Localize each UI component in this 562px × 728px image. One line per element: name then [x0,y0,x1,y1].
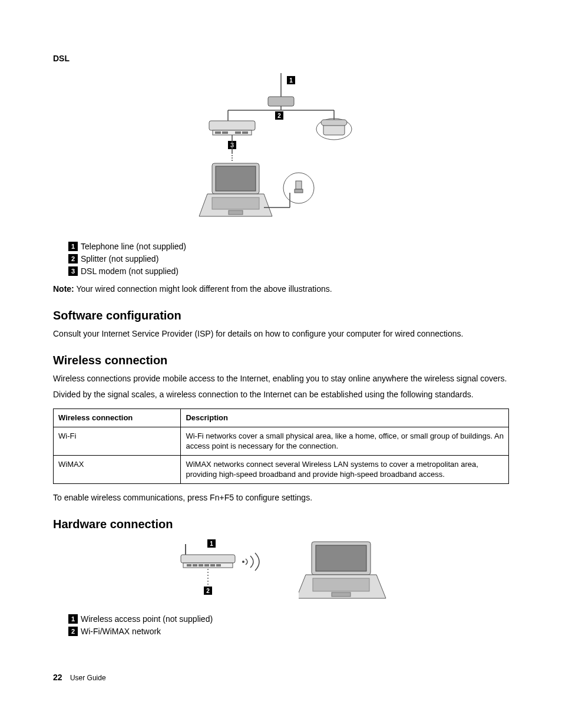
dsl-callout-2: 2 [277,113,281,119]
svg-rect-21 [216,166,256,191]
hardware-callout-list: 1 Wireless access point (not supplied) 2… [68,614,509,637]
callout-row: 1 Telephone line (not supplied) [68,241,509,252]
callout-row: 2 Wi-Fi/WiMAX network [68,626,509,637]
callout-text: DSL modem (not supplied) [81,266,178,277]
table-cell: Wi-Fi [54,427,181,455]
table-cell: Wi-Fi networks cover a small physical ar… [181,427,509,455]
note: Note: Your wired connection might look d… [53,284,509,295]
svg-rect-44 [316,545,366,571]
wireless-para2: Divided by the signal scales, a wireless… [53,389,509,400]
svg-rect-28 [296,181,302,189]
svg-rect-23 [212,197,259,209]
dsl-callout-1: 1 [289,77,293,84]
hardware-diagram: 1 2 [53,538,509,603]
wireless-connection-heading: Wireless connection [53,353,509,368]
footer-title: User Guide [70,674,106,682]
page-number: 22 [53,673,62,682]
svg-rect-10 [215,131,221,134]
note-text: Your wired connection might look differe… [76,284,332,294]
svg-rect-46 [313,578,369,591]
svg-rect-38 [210,564,215,566]
software-config-para: Consult your Internet Service Provider (… [53,328,509,340]
dsl-diagram-svg: 1 2 3 [193,70,369,229]
svg-rect-36 [199,564,203,566]
table-row: Wi-Fi Wi-Fi networks cover a small physi… [54,427,509,455]
svg-rect-12 [235,131,241,134]
callout-text: Wi-Fi/WiMAX network [81,626,161,637]
callout-number-icon: 2 [68,627,78,636]
hw-callout-1: 1 [210,541,213,547]
dsl-heading: DSL [53,53,509,64]
svg-rect-1 [268,97,294,106]
wireless-table: Wireless connection Description Wi-Fi Wi… [53,409,509,484]
callout-row: 3 DSL modem (not supplied) [68,266,509,277]
software-config-heading: Software configuration [53,308,509,324]
dsl-diagram: 1 2 3 [53,70,509,232]
svg-rect-16 [321,120,347,126]
table-header: Wireless connection [54,409,181,427]
callout-row: 2 Splitter (not supplied) [68,253,509,265]
svg-rect-47 [332,592,351,597]
callout-text: Splitter (not supplied) [81,253,158,265]
svg-rect-8 [209,121,255,130]
callout-number-icon: 1 [68,614,78,624]
table-cell: WiMAX [54,455,181,483]
svg-rect-11 [222,131,228,134]
laptop-diagram-svg [299,538,387,603]
svg-rect-24 [229,210,243,215]
page-footer: 22 User Guide [53,672,509,683]
hw-callout-2: 2 [206,588,210,594]
svg-rect-34 [187,564,191,566]
svg-rect-32 [181,555,235,563]
dsl-callout-list: 1 Telephone line (not supplied) 2 Splitt… [68,241,509,277]
wireless-enable-text: To enable wireless communications, press… [53,492,509,503]
svg-rect-35 [193,564,197,566]
router-diagram-svg: 1 2 [175,538,281,603]
svg-rect-13 [242,131,248,134]
table-cell: WiMAX networks connect several Wireless … [181,455,509,483]
hardware-connection-heading: Hardware connection [53,516,509,532]
callout-number-icon: 1 [68,242,78,251]
callout-row: 1 Wireless access point (not supplied) [68,614,509,625]
callout-number-icon: 3 [68,266,78,276]
table-header: Description [181,409,509,427]
wireless-para1: Wireless connections provide mobile acce… [53,373,509,384]
callout-number-icon: 2 [68,254,78,263]
callout-text: Wireless access point (not supplied) [81,614,213,625]
svg-rect-29 [295,189,303,193]
note-label: Note: [53,284,74,294]
callout-text: Telephone line (not supplied) [81,241,186,252]
table-row: WiMAX WiMAX networks connect several Wir… [54,455,509,483]
svg-rect-37 [204,564,209,566]
svg-rect-39 [216,564,221,566]
svg-point-42 [242,561,244,563]
